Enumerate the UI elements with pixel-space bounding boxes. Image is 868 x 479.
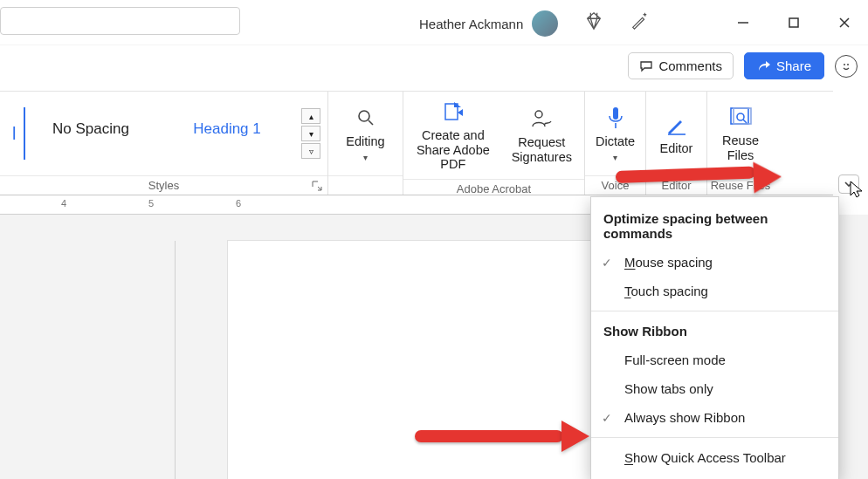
menu-section-spacing: Optimize spacing between commands <box>591 204 838 248</box>
maximize-button[interactable] <box>779 10 809 35</box>
pen-sparkle-icon[interactable] <box>629 10 650 31</box>
title-icons <box>583 10 650 31</box>
style-tile-normal-edge[interactable]: l <box>7 107 25 160</box>
editor-group-label: Editor <box>646 175 706 195</box>
style-gallery-up[interactable]: ▴ <box>301 108 320 124</box>
editing-group: Editing ▾ <box>328 92 403 195</box>
diamond-icon[interactable] <box>583 10 604 31</box>
svg-point-2 <box>844 64 845 65</box>
check-icon: ✓ <box>602 411 612 425</box>
pdf-share-icon <box>442 99 465 125</box>
menu-show-qat[interactable]: Show Quick Access Toolbar <box>591 443 838 472</box>
close-button[interactable] <box>830 10 859 35</box>
menu-always-show-ribbon[interactable]: ✓ Always show Ribbon <box>591 403 838 432</box>
search-icon <box>356 105 375 131</box>
window-controls <box>728 10 859 35</box>
reuse-files-button[interactable]: Reuse Files <box>714 100 767 166</box>
action-row: Comments Share <box>0 47 868 86</box>
style-heading1[interactable]: Heading 1 <box>162 103 293 155</box>
reuse-files-icon <box>728 104 753 130</box>
user-area: Heather Ackmann <box>419 10 558 37</box>
comments-button[interactable]: Comments <box>628 52 734 79</box>
minimize-button[interactable] <box>728 10 758 35</box>
svg-point-13 <box>737 113 744 120</box>
menu-show-tabs-only[interactable]: Show tabs only <box>591 374 838 403</box>
voice-group: Dictate ▾ Voice <box>585 92 646 195</box>
editor-pen-icon <box>665 112 687 138</box>
chevron-down-icon: ▾ <box>363 153 368 162</box>
ribbon: l No Spacing Heading 1 ▴ ▾ ▿ Styles <box>0 91 833 195</box>
style-gallery-down[interactable]: ▾ <box>301 126 320 141</box>
feedback-smiley-icon[interactable] <box>835 55 858 78</box>
menu-section-show-ribbon: Show Ribbon <box>591 317 838 346</box>
menu-touch-spacing[interactable]: Touch spacing <box>591 277 838 305</box>
microphone-icon <box>605 105 626 131</box>
editing-button[interactable]: Editing ▾ <box>341 101 389 166</box>
create-share-pdf-button[interactable]: Create and Share Adobe PDF <box>410 95 496 175</box>
svg-point-4 <box>359 111 369 121</box>
share-label: Share <box>776 58 811 73</box>
svg-line-14 <box>743 120 747 123</box>
svg-rect-1 <box>789 18 798 27</box>
title-bar: Heather Ackmann <box>0 0 868 45</box>
styles-group: l No Spacing Heading 1 ▴ ▾ ▿ Styles <box>0 92 328 195</box>
styles-group-label: Styles <box>0 175 327 195</box>
document-title-input[interactable] <box>0 7 240 35</box>
acrobat-group: Create and Share Adobe PDF Request Signa… <box>403 92 585 195</box>
style-gallery: No Spacing Heading 1 ▴ ▾ ▿ <box>25 103 320 164</box>
editor-group: Editor Editor <box>646 92 707 195</box>
chevron-down-icon: ▾ <box>613 153 617 162</box>
voice-group-label: Voice <box>585 175 645 195</box>
ribbon-display-options-button[interactable] <box>838 174 859 194</box>
check-icon: ✓ <box>602 256 612 270</box>
share-icon <box>757 59 771 73</box>
comments-label: Comments <box>658 58 722 73</box>
share-button[interactable]: Share <box>744 52 824 79</box>
styles-dialog-launcher-icon[interactable] <box>310 179 324 193</box>
editor-button[interactable]: Editor <box>655 108 699 160</box>
user-avatar[interactable] <box>532 10 558 37</box>
menu-mouse-spacing[interactable]: ✓ Mouse spacing <box>591 248 838 277</box>
dictate-button[interactable]: Dictate ▾ <box>590 101 640 166</box>
signature-icon <box>530 106 553 132</box>
svg-point-7 <box>535 111 542 118</box>
menu-full-screen[interactable]: Full-screen mode <box>591 346 838 374</box>
style-gallery-scroll: ▴ ▾ ▿ <box>301 103 320 164</box>
reuse-group: Reuse Files Reuse Files <box>707 92 774 195</box>
user-name: Heather Ackmann <box>419 17 523 31</box>
request-signatures-button[interactable]: Request Signatures <box>506 102 577 168</box>
reuse-group-label: Reuse Files <box>707 175 774 195</box>
style-gallery-more[interactable]: ▿ <box>301 143 320 159</box>
svg-rect-8 <box>613 107 618 120</box>
svg-point-3 <box>847 64 849 65</box>
ribbon-options-menu: Optimize spacing between commands ✓ Mous… <box>590 196 839 479</box>
comment-icon <box>639 59 653 73</box>
svg-line-5 <box>369 120 373 125</box>
style-no-spacing[interactable]: No Spacing <box>25 103 156 155</box>
